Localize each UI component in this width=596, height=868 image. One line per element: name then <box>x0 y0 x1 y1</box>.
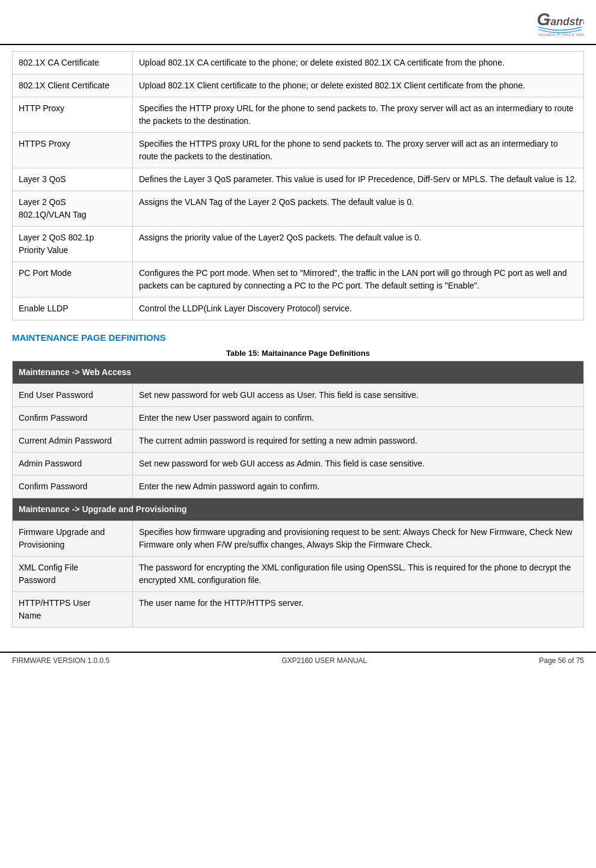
table-row: 802.1X Client CertificateUpload 802.1X C… <box>13 75 584 97</box>
row-description: Control the LLDP(Link Layer Discovery Pr… <box>133 298 584 320</box>
row-description: Specifies the HTTP proxy URL for the pho… <box>133 97 584 133</box>
row-description: The current admin password is required f… <box>133 430 584 453</box>
row-label: Layer 3 QoS <box>13 168 133 191</box>
section-heading: MAINTENANCE PAGE DEFINITIONS <box>12 332 584 343</box>
row-label: 802.1X CA Certificate <box>13 52 133 75</box>
main-data-table: 802.1X CA CertificateUpload 802.1X CA ce… <box>12 51 584 320</box>
table-row: Enable LLDPControl the LLDP(Link Layer D… <box>13 298 584 320</box>
maintenance-table: Maintenance -> Web AccessEnd User Passwo… <box>12 361 584 628</box>
table-row: 802.1X CA CertificateUpload 802.1X CA ce… <box>13 52 584 75</box>
row-description: Assigns the VLAN Tag of the Layer 2 QoS … <box>133 191 584 227</box>
table-row: Layer 2 QoS 802.1p Priority ValueAssigns… <box>13 227 584 262</box>
table-row: Layer 2 QoS 802.1Q/VLAN TagAssigns the V… <box>13 191 584 227</box>
section-header-row: Maintenance -> Upgrade and Provisioning <box>13 498 584 521</box>
row-description: Assigns the priority value of the Layer2… <box>133 227 584 262</box>
section-header-label: Maintenance -> Upgrade and Provisioning <box>13 498 584 521</box>
row-label: XML Config File Password <box>13 557 133 592</box>
row-label: Confirm Password <box>13 475 133 498</box>
row-description: Specifies the HTTPS proxy URL for the ph… <box>133 133 584 168</box>
table-row: HTTPS ProxySpecifies the HTTPS proxy URL… <box>13 133 584 168</box>
section-header-label: Maintenance -> Web Access <box>13 361 584 384</box>
table-row: End User PasswordSet new password for we… <box>13 384 584 407</box>
main-content: 802.1X CA CertificateUpload 802.1X CA ce… <box>0 45 596 646</box>
table-row: HTTP/HTTPS User NameThe user name for th… <box>13 592 584 628</box>
table-row: PC Port ModeConfigures the PC port mode.… <box>13 262 584 298</box>
row-label: Current Admin Password <box>13 430 133 453</box>
row-label: Firmware Upgrade and Provisioning <box>13 521 133 557</box>
row-description: Specifies how firmware upgrading and pro… <box>133 521 584 557</box>
table-row: XML Config File PasswordThe password for… <box>13 557 584 592</box>
row-label: Layer 2 QoS 802.1p Priority Value <box>13 227 133 262</box>
row-description: Set new password for web GUI access as U… <box>133 384 584 407</box>
svg-text:Innovative IP Voice & Video: Innovative IP Voice & Video <box>538 32 584 37</box>
table-row: Firmware Upgrade and ProvisioningSpecifi… <box>13 521 584 557</box>
logo-area: G randstream Innovative IP Voice & Video <box>536 6 584 41</box>
row-description: Enter the new User password again to con… <box>133 407 584 430</box>
footer-left: FIRMWARE VERSION 1.0.0.5 <box>12 656 109 665</box>
footer-center: GXP2160 USER MANUAL <box>281 656 367 665</box>
table-row: HTTP ProxySpecifies the HTTP proxy URL f… <box>13 97 584 133</box>
row-description: Upload 802.1X CA certificate to the phon… <box>133 52 584 75</box>
page-footer: FIRMWARE VERSION 1.0.0.5 GXP2160 USER MA… <box>0 652 596 668</box>
table-row: Admin PasswordSet new password for web G… <box>13 453 584 475</box>
row-label: Layer 2 QoS 802.1Q/VLAN Tag <box>13 191 133 227</box>
row-description: Defines the Layer 3 QoS parameter. This … <box>133 168 584 191</box>
page-header: G randstream Innovative IP Voice & Video <box>0 0 596 45</box>
grandstream-logo: G randstream Innovative IP Voice & Video <box>536 6 584 41</box>
row-label: Enable LLDP <box>13 298 133 320</box>
table-caption: Table 15: Maitainance Page Definitions <box>12 349 584 358</box>
row-label: HTTPS Proxy <box>13 133 133 168</box>
row-description: Set new password for web GUI access as A… <box>133 453 584 475</box>
row-label: 802.1X Client Certificate <box>13 75 133 97</box>
row-label: PC Port Mode <box>13 262 133 298</box>
svg-text:randstream: randstream <box>547 16 584 28</box>
table-row: Layer 3 QoSDefines the Layer 3 QoS param… <box>13 168 584 191</box>
table-row: Confirm PasswordEnter the new User passw… <box>13 407 584 430</box>
footer-right: Page 56 of 75 <box>539 656 584 665</box>
row-description: The user name for the HTTP/HTTPS server. <box>133 592 584 628</box>
table-row: Current Admin PasswordThe current admin … <box>13 430 584 453</box>
row-description: Upload 802.1X Client certificate to the … <box>133 75 584 97</box>
row-label: Admin Password <box>13 453 133 475</box>
row-label: End User Password <box>13 384 133 407</box>
row-label: Confirm Password <box>13 407 133 430</box>
section-header-row: Maintenance -> Web Access <box>13 361 584 384</box>
row-description: The password for encrypting the XML conf… <box>133 557 584 592</box>
table-row: Confirm PasswordEnter the new Admin pass… <box>13 475 584 498</box>
row-label: HTTP Proxy <box>13 97 133 133</box>
row-description: Enter the new Admin password again to co… <box>133 475 584 498</box>
row-label: HTTP/HTTPS User Name <box>13 592 133 628</box>
row-description: Configures the PC port mode. When set to… <box>133 262 584 298</box>
